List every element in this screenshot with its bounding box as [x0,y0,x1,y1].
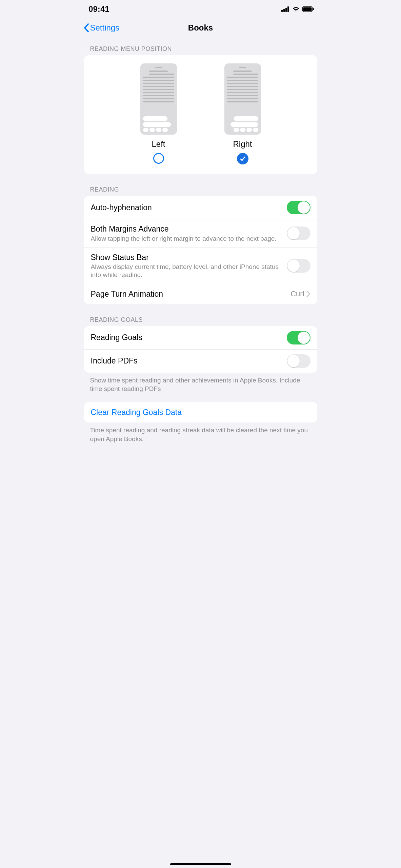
phone-preview-left [140,63,177,135]
row-reading-goals: Reading Goals [84,326,317,349]
svg-rect-2 [285,8,287,12]
menu-position-right[interactable]: Right [224,63,261,164]
chevron-right-icon [306,291,310,297]
clear-data-card: Clear Reading Goals Data [84,402,317,422]
status-time: 09:41 [89,5,109,14]
row-status-bar: Show Status Bar Always display current t… [84,248,317,284]
reading-goals-toggle[interactable] [287,331,310,344]
status-indicators [281,6,314,12]
menu-position-card: Left Right [84,55,317,174]
row-auto-hyphenation: Auto-hyphenation [84,196,317,219]
reading-card: Auto-hyphenation Both Margins Advance Al… [84,196,317,304]
goals-footer: Show time spent reading and other achiev… [78,373,323,393]
page-title: Books [188,23,213,33]
page-turn-value: Curl [290,290,304,298]
both-margins-sub: Allow tapping the left or right margin t… [91,235,287,243]
include-pdfs-toggle[interactable] [287,354,310,368]
cellular-icon [281,6,289,12]
menu-position-left[interactable]: Left [140,63,177,164]
clear-reading-goals-button[interactable]: Clear Reading Goals Data [84,402,317,422]
books-settings-screen: 09:41 Settings [78,0,323,868]
status-bar-sub: Always display current time, battery lev… [91,263,287,279]
status-bar-label: Show Status Bar [91,253,287,262]
back-button[interactable]: Settings [81,22,122,34]
radio-selected-icon [237,153,248,164]
status-bar-toggle[interactable] [287,259,310,273]
radio-unselected-icon [153,153,164,164]
svg-rect-1 [283,9,285,12]
include-pdfs-label: Include PDFs [91,356,287,366]
auto-hyphenation-toggle[interactable] [287,201,310,214]
section-header-menu-position: READING MENU POSITION [78,37,323,55]
both-margins-label: Both Margins Advance [91,224,287,234]
status-bar: 09:41 [78,0,323,18]
row-both-margins: Both Margins Advance Allow tapping the l… [84,219,317,248]
svg-rect-0 [281,10,283,12]
section-header-reading: READING [78,174,323,196]
menu-position-right-label: Right [233,139,252,149]
svg-rect-3 [287,6,289,12]
phone-preview-right [224,63,261,135]
clear-footer: Time spent reading and reading streak da… [78,422,323,443]
clear-reading-goals-label: Clear Reading Goals Data [91,408,310,417]
svg-rect-6 [313,8,314,10]
section-header-goals: READING GOALS [78,304,323,326]
back-label: Settings [90,23,120,33]
row-page-turn[interactable]: Page Turn Animation Curl [84,284,317,304]
battery-icon [302,6,314,12]
checkmark-icon [239,155,246,162]
auto-hyphenation-label: Auto-hyphenation [91,203,287,213]
home-indicator[interactable] [170,863,231,865]
chevron-left-icon [83,23,89,33]
goals-card: Reading Goals Include PDFs [84,326,317,373]
reading-goals-label: Reading Goals [91,333,287,342]
menu-position-left-label: Left [152,139,165,149]
both-margins-toggle[interactable] [287,226,310,240]
nav-bar: Settings Books [78,18,323,37]
page-turn-label: Page Turn Animation [91,289,291,299]
row-include-pdfs: Include PDFs [84,349,317,373]
wifi-icon [292,6,300,12]
svg-rect-5 [303,7,312,11]
